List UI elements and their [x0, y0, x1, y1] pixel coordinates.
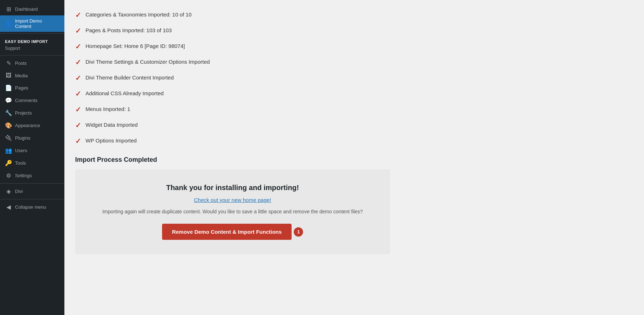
home-page-link[interactable]: Check out your new home page! — [86, 197, 379, 203]
easy-demo-import-heading: Easy Demo Import — [0, 35, 64, 45]
thank-you-desc: Importing again will create duplicate co… — [86, 209, 379, 214]
check-item-widgets: ✓ Widget Data Imported — [75, 117, 633, 133]
check-item-divi-builder: ✓ Divi Theme Builder Content Imported — [75, 70, 633, 86]
sidebar-item-projects[interactable]: 🔧 Projects — [0, 107, 64, 119]
remove-badge: 1 — [294, 227, 303, 237]
sidebar-item-settings[interactable]: ⚙ Settings — [0, 169, 64, 182]
plugins-icon: 🔌 — [5, 135, 12, 141]
sidebar-item-plugins[interactable]: 🔌 Plugins — [0, 132, 64, 144]
check-item-pages-posts: ✓ Pages & Posts Imported: 103 of 103 — [75, 23, 633, 39]
import-complete-title: Import Process Completed — [75, 156, 633, 164]
check-icon-categories: ✓ — [75, 11, 81, 19]
sidebar-item-collapse-menu[interactable]: ◀ Collapse menu — [0, 201, 64, 213]
import-demo-icon: 👤 — [5, 20, 12, 27]
check-icon-menus: ✓ — [75, 105, 81, 114]
pages-icon: 📄 — [5, 84, 12, 91]
thank-you-title: Thank you for installing and importing! — [86, 184, 379, 192]
check-item-css: ✓ Additional CSS Already Imported — [75, 86, 633, 102]
sidebar-item-users[interactable]: 👥 Users — [0, 144, 64, 157]
thank-you-box: Thank you for installing and importing! … — [75, 169, 390, 254]
comments-icon: 💬 — [5, 97, 12, 104]
divi-icon: ◈ — [5, 188, 12, 195]
check-icon-divi-builder: ✓ — [75, 74, 81, 82]
check-icon-widgets: ✓ — [75, 121, 81, 130]
collapse-icon: ◀ — [5, 204, 12, 210]
appearance-icon: 🎨 — [5, 122, 12, 129]
projects-icon: 🔧 — [5, 110, 12, 116]
check-item-homepage: ✓ Homepage Set: Home 6 [Page ID: 98074] — [75, 39, 633, 54]
sidebar-item-media[interactable]: 🖼 Media — [0, 69, 64, 82]
sidebar-item-tools[interactable]: 🔑 Tools — [0, 157, 64, 169]
posts-icon: ✎ — [5, 60, 12, 67]
dashboard-icon: ⊞ — [5, 6, 12, 13]
sidebar-item-comments[interactable]: 💬 Comments — [0, 94, 64, 107]
sidebar-item-appearance[interactable]: 🎨 Appearance — [0, 119, 64, 132]
sidebar-item-divi[interactable]: ◈ Divi — [0, 185, 64, 198]
check-icon-divi-settings: ✓ — [75, 58, 81, 67]
tools-icon: 🔑 — [5, 160, 12, 166]
media-icon: 🖼 — [5, 72, 12, 79]
check-item-wp-options: ✓ WP Options Imported — [75, 133, 633, 149]
sidebar-item-pages[interactable]: 📄 Pages — [0, 82, 64, 94]
settings-icon: ⚙ — [5, 172, 12, 179]
check-icon-homepage: ✓ — [75, 42, 81, 51]
check-icon-pages-posts: ✓ — [75, 26, 81, 35]
sidebar: ⊞ Dashboard 👤 Import Demo Content Easy D… — [0, 0, 64, 315]
main-content: ✓ Categories & Taxonomies Imported: 10 o… — [64, 0, 644, 315]
sidebar-item-import-demo-content[interactable]: 👤 Import Demo Content — [0, 15, 64, 32]
sidebar-item-posts[interactable]: ✎ Posts — [0, 57, 64, 69]
check-item-categories: ✓ Categories & Taxonomies Imported: 10 o… — [75, 7, 633, 23]
check-item-menus: ✓ Menus Imported: 1 — [75, 102, 633, 117]
check-icon-wp-options: ✓ — [75, 137, 81, 145]
remove-demo-button[interactable]: Remove Demo Content & Import Functions — [162, 224, 292, 240]
sidebar-item-support[interactable]: Support — [0, 45, 64, 54]
check-item-divi-settings: ✓ Divi Theme Settings & Customizer Optio… — [75, 54, 633, 70]
users-icon: 👥 — [5, 147, 12, 154]
check-icon-css: ✓ — [75, 89, 81, 98]
sidebar-item-dashboard[interactable]: ⊞ Dashboard — [0, 3, 64, 15]
